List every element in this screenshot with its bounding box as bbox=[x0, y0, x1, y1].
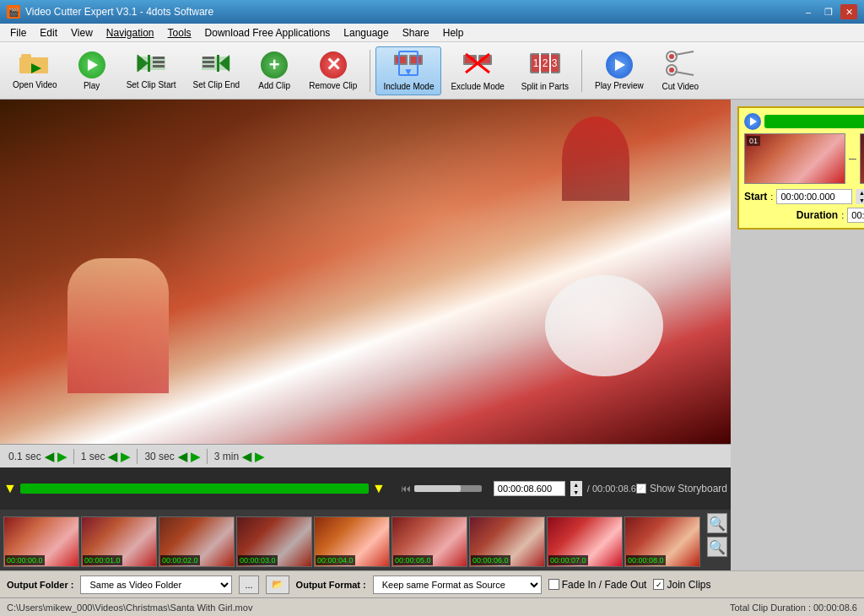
restore-button[interactable]: ❐ bbox=[820, 4, 837, 19]
cut-video-button[interactable]: Cut Video bbox=[653, 46, 708, 95]
clip-info-panel: 01 01 – Start : ▲ ▼ bbox=[737, 106, 864, 230]
svg-text:1: 1 bbox=[533, 57, 539, 69]
time-spinner-up[interactable]: ▲ bbox=[570, 481, 582, 489]
output-format-dropdown[interactable]: Keep same Format as Source bbox=[373, 575, 542, 594]
split-in-parts-button[interactable]: 1 2 3 Split in Parts bbox=[514, 46, 576, 95]
set-clip-start-icon bbox=[136, 51, 166, 78]
play-preview-label: Play Preview bbox=[595, 81, 644, 90]
content-row: 0.1 sec ◀ ▶ 1 sec ◀ ▶ 30 sec ◀ ▶ bbox=[0, 100, 864, 570]
start-spinner-down[interactable]: ▼ bbox=[856, 197, 864, 204]
close-button[interactable]: ✕ bbox=[840, 4, 857, 19]
timeline-segment-30sec: 30 sec ◀ ▶ bbox=[144, 450, 199, 463]
time-spinner-down[interactable]: ▼ bbox=[570, 489, 582, 496]
fade-label: Fade In / Fade Out bbox=[562, 579, 647, 591]
exclude-mode-button[interactable]: Exclude Mode bbox=[443, 46, 511, 95]
cut-video-label: Cut Video bbox=[662, 82, 699, 91]
nav-next-01sec[interactable]: ▶ bbox=[57, 450, 67, 463]
current-time-input[interactable] bbox=[494, 481, 565, 496]
svg-rect-19 bbox=[411, 57, 421, 63]
add-clip-button[interactable]: + Add Clip bbox=[249, 46, 300, 95]
open-video-button[interactable]: Open Video bbox=[5, 46, 65, 95]
timeline-value-01: 0.1 sec bbox=[8, 451, 41, 462]
scrubber-end-marker: ▼ bbox=[372, 481, 386, 496]
set-clip-end-button[interactable]: Set Clip End bbox=[186, 46, 248, 95]
menu-navigation[interactable]: Navigation bbox=[100, 24, 161, 41]
duration-input[interactable] bbox=[847, 208, 864, 223]
menu-tools[interactable]: Tools bbox=[161, 24, 198, 41]
nav-next-30sec[interactable]: ▶ bbox=[191, 450, 200, 463]
window-controls[interactable]: – ❐ ✕ bbox=[800, 4, 857, 19]
nav-prev-01sec[interactable]: ◀ bbox=[45, 450, 54, 463]
output-folder-dropdown[interactable]: Same as Video Folder bbox=[80, 575, 232, 594]
set-clip-end-icon bbox=[201, 51, 231, 78]
fade-checkbox[interactable] bbox=[548, 579, 559, 590]
remove-clip-button[interactable]: ✕ Remove Clip bbox=[301, 46, 364, 95]
start-time-input[interactable] bbox=[776, 189, 852, 204]
time-spinner[interactable]: ▲ ▼ bbox=[570, 481, 582, 496]
scrubber-area[interactable]: ▼ ▼ ⏮ ▲ ▼ bbox=[0, 467, 731, 510]
set-clip-end-label: Set Clip End bbox=[193, 80, 240, 89]
total-time-label: / 00:00:08.6 bbox=[587, 484, 636, 494]
nav-next-3min[interactable]: ▶ bbox=[255, 450, 264, 463]
zoom-out-button[interactable]: 🔍 bbox=[707, 537, 727, 557]
play-icon bbox=[78, 51, 105, 78]
storyboard-thumb-3[interactable]: 00:00:02.0 bbox=[159, 516, 235, 567]
join-clips-checkbox[interactable]: ✓ bbox=[653, 579, 664, 590]
menu-download[interactable]: Download Free Applications bbox=[198, 24, 338, 41]
toolbar-sep-2 bbox=[581, 50, 582, 92]
clip-play-button[interactable] bbox=[744, 113, 761, 130]
open-folder-button[interactable]: 📂 bbox=[266, 575, 289, 594]
set-clip-start-button[interactable]: Set Clip Start bbox=[119, 46, 184, 95]
svg-rect-13 bbox=[202, 57, 214, 59]
menu-help[interactable]: Help bbox=[436, 24, 471, 41]
show-storyboard[interactable]: ✓ Show Storyboard bbox=[636, 483, 727, 494]
zoom-in-button[interactable]: 🔍 bbox=[707, 513, 727, 533]
storyboard-time-7: 00:00:06.0 bbox=[471, 555, 510, 565]
svg-rect-15 bbox=[202, 65, 214, 68]
svg-line-38 bbox=[675, 72, 694, 75]
storyboard-thumb-6[interactable]: 00:00:05.0 bbox=[392, 516, 467, 567]
storyboard-checkbox[interactable]: ✓ bbox=[636, 484, 646, 494]
browse-button[interactable]: ... bbox=[239, 575, 258, 594]
storyboard-thumb-1[interactable]: 00:00:00.0 bbox=[3, 516, 79, 567]
open-video-label: Open Video bbox=[13, 80, 57, 89]
minimize-button[interactable]: – bbox=[800, 4, 817, 19]
set-clip-start-label: Set Clip Start bbox=[127, 80, 176, 89]
storyboard-thumb-2[interactable]: 00:00:01.0 bbox=[81, 516, 157, 567]
scrubber-start-marker: ▼ bbox=[3, 481, 17, 496]
svg-point-39 bbox=[669, 54, 674, 59]
menu-language[interactable]: Language bbox=[337, 24, 395, 41]
storyboard-thumb-4[interactable]: 00:00:03.0 bbox=[236, 516, 312, 567]
menu-file[interactable]: File bbox=[3, 24, 33, 41]
timeline-controls: 0.1 sec ◀ ▶ 1 sec ◀ ▶ 30 sec ◀ ▶ bbox=[0, 444, 731, 467]
zoom-controls: 🔍 🔍 bbox=[704, 510, 731, 570]
nav-next-1sec[interactable]: ▶ bbox=[121, 450, 130, 463]
storyboard-thumb-9[interactable]: 00:00:08.0 bbox=[624, 516, 700, 567]
menu-share[interactable]: Share bbox=[396, 24, 436, 41]
nav-prev-30sec[interactable]: ◀ bbox=[178, 450, 187, 463]
timeline-value-1: 1 sec bbox=[81, 451, 105, 462]
storyboard-thumb-5[interactable]: 00:00:04.0 bbox=[314, 516, 390, 567]
clip-arrow: – bbox=[849, 151, 856, 166]
start-spinner[interactable]: ▲ ▼ bbox=[856, 189, 864, 204]
storyboard-thumb-8[interactable]: 00:00:07.0 bbox=[547, 516, 623, 567]
duration-colon: : bbox=[841, 210, 844, 220]
nav-prev-1sec[interactable]: ◀ bbox=[108, 450, 117, 463]
join-clips-checkbox-group[interactable]: ✓ Join Clips bbox=[653, 579, 710, 591]
svg-point-40 bbox=[669, 68, 674, 73]
scrubber-track[interactable] bbox=[20, 484, 369, 494]
start-spinner-up[interactable]: ▲ bbox=[856, 189, 864, 197]
include-mode-button[interactable]: ▼ Include Mode bbox=[375, 46, 441, 95]
play-button[interactable]: Play bbox=[67, 46, 117, 95]
menu-edit[interactable]: Edit bbox=[33, 24, 64, 41]
clip-num-label: 01 bbox=[747, 136, 760, 146]
fade-checkbox-group[interactable]: Fade In / Fade Out bbox=[548, 579, 647, 591]
clip-thumb-end bbox=[860, 133, 864, 184]
nav-prev-3min[interactable]: ◀ bbox=[242, 450, 251, 463]
menu-view[interactable]: View bbox=[64, 24, 100, 41]
clip-progress-bar[interactable] bbox=[764, 115, 864, 128]
play-preview-button[interactable]: Play Preview bbox=[587, 46, 651, 95]
storyboard-time-1: 00:00:00.0 bbox=[5, 555, 45, 565]
storyboard-time-2: 00:00:01.0 bbox=[83, 555, 122, 565]
storyboard-thumb-7[interactable]: 00:00:06.0 bbox=[469, 516, 545, 567]
